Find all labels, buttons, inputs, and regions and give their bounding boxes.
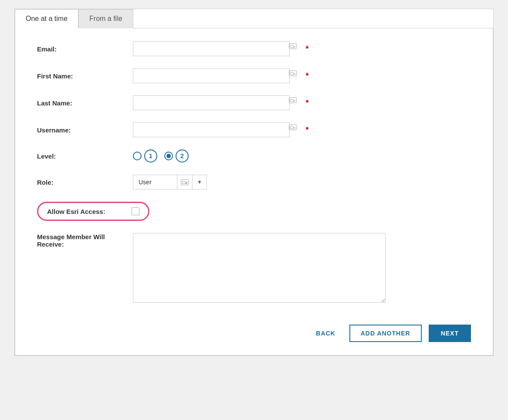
role-dropdown-arrow[interactable]: ▼ <box>192 175 207 189</box>
add-another-button[interactable]: ADD ANOTHER <box>349 325 422 342</box>
level-option-1[interactable]: 1 <box>133 149 157 163</box>
allow-esri-checkbox[interactable] <box>132 207 139 215</box>
username-required: * <box>305 125 308 135</box>
back-button[interactable]: BACK <box>309 326 342 340</box>
email-input[interactable] <box>133 41 290 56</box>
username-input-wrapper <box>133 122 299 137</box>
next-button[interactable]: NEXT <box>429 325 471 342</box>
username-input[interactable] <box>133 122 290 137</box>
username-row: Username: * <box>37 122 471 137</box>
form-actions: BACK ADD ANOTHER NEXT <box>37 320 471 342</box>
role-icon-inner <box>181 180 189 185</box>
role-select[interactable]: User ▼ <box>133 175 207 190</box>
role-label: Role: <box>37 179 133 186</box>
level-label: Level: <box>37 152 133 160</box>
allow-esri-section: Allow Esri Access: <box>37 202 149 221</box>
last-name-required: * <box>305 98 308 108</box>
level-1-radio[interactable] <box>133 152 142 160</box>
username-label: Username: <box>37 126 133 134</box>
role-value: User <box>133 179 177 186</box>
level-1-label: 1 <box>144 149 157 163</box>
last-name-label: Last Name: <box>37 99 133 107</box>
first-name-input-wrapper <box>133 68 299 83</box>
level-option-2[interactable]: 2 <box>164 149 189 163</box>
tabs-bar: One at a time From a file <box>15 9 493 28</box>
message-row: Message Member Will Receive: <box>37 233 471 303</box>
last-name-input-group: * <box>133 95 308 110</box>
level-2-radio[interactable] <box>164 152 173 160</box>
last-name-card-icon <box>289 98 297 103</box>
last-name-row: Last Name: * <box>37 95 471 110</box>
message-textarea[interactable] <box>133 233 386 303</box>
level-2-label: 2 <box>176 149 189 163</box>
email-label: Email: <box>37 45 133 53</box>
first-name-row: First Name: * <box>37 68 471 83</box>
first-name-input[interactable] <box>133 68 290 83</box>
first-name-input-group: * <box>133 68 308 83</box>
role-card-icon <box>177 175 192 189</box>
email-card-icon <box>289 44 297 49</box>
first-name-card-icon <box>289 71 297 76</box>
level-row: Level: 1 2 <box>37 149 471 163</box>
email-row: Email: * <box>37 41 471 56</box>
message-label: Message Member Will Receive: <box>37 233 133 248</box>
tab-from-file[interactable]: From a file <box>78 9 133 28</box>
main-container: One at a time From a file Email: * First… <box>14 9 494 356</box>
role-row: Role: User ▼ <box>37 175 471 190</box>
username-card-icon <box>289 125 297 130</box>
first-name-label: First Name: <box>37 72 133 80</box>
email-required: * <box>305 44 308 54</box>
allow-esri-label: Allow Esri Access: <box>47 208 105 215</box>
last-name-input-wrapper <box>133 95 299 110</box>
level-radio-group: 1 2 <box>133 149 189 163</box>
tab-one-at-time[interactable]: One at a time <box>15 9 78 28</box>
first-name-required: * <box>305 71 308 81</box>
email-input-wrapper <box>133 41 299 56</box>
email-input-group: * <box>133 41 308 56</box>
form-container: Email: * First Name: * Last Name <box>15 28 493 356</box>
last-name-input[interactable] <box>133 95 290 110</box>
username-input-group: * <box>133 122 308 137</box>
